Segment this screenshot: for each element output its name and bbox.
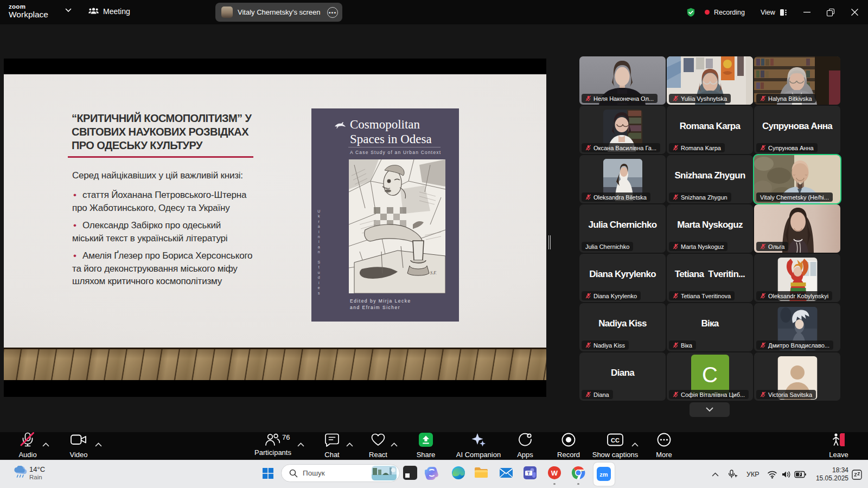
svg-text:zm: zm: [599, 471, 608, 478]
svg-text:W: W: [551, 469, 558, 477]
svg-text:T: T: [527, 470, 531, 476]
svg-text:S.F.: S.F.: [430, 271, 437, 275]
svg-text:CC: CC: [611, 437, 620, 444]
